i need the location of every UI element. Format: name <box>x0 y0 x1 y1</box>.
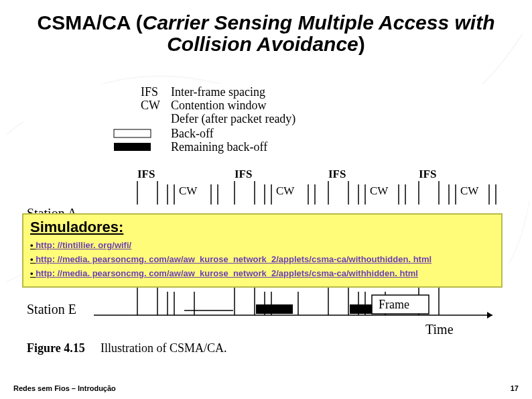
svg-rect-54 <box>256 304 293 314</box>
page-number: 17 <box>511 384 519 392</box>
svg-rect-0 <box>114 129 151 137</box>
legend-defer: Defer (after packet ready) <box>171 112 295 126</box>
svg-text:CW: CW <box>276 184 295 197</box>
simulator-link-2[interactable]: • http: //media. pearsoncmg. com/aw/aw_k… <box>30 254 494 266</box>
legend-backoff: Back-off <box>171 127 214 140</box>
legend-cw-val: Contention window <box>171 99 267 112</box>
svg-text:IFS: IFS <box>235 168 252 180</box>
slide: CSMA/CA (Carrier Sensing Multiple Access… <box>0 0 532 399</box>
simulator-link-1[interactable]: • http: //tintillier. org/wifi/ <box>30 240 494 251</box>
time-label: Time <box>425 322 454 337</box>
simulators-box: Simuladores: • http: //tintillier. org/w… <box>22 213 503 288</box>
simulator-link-3[interactable]: • http: //media. pearsoncmg. com/aw/aw_k… <box>30 268 494 280</box>
title-prefix: CSMA/CA ( <box>38 11 143 34</box>
svg-text:IFS: IFS <box>137 168 155 180</box>
frame-label: Frame <box>379 298 409 311</box>
svg-text:IFS: IFS <box>419 168 436 180</box>
figure-caption: Illustration of CSMA/CA. <box>101 341 227 355</box>
legend-remaining: Remaining back-off <box>171 140 267 154</box>
title-suffix: ) <box>358 33 365 55</box>
legend-cw-key: CW <box>141 99 160 112</box>
title-italic: Carrier Sensing Multiple Access with Col… <box>143 11 495 55</box>
figure-number: Figure 4.15 <box>27 341 85 355</box>
footer-left: Redes sem Fios – Introdução <box>13 384 116 392</box>
svg-text:IFS: IFS <box>328 168 346 180</box>
svg-rect-55 <box>350 304 373 314</box>
svg-text:CW: CW <box>179 184 198 197</box>
svg-rect-1 <box>114 143 151 151</box>
legend-ifs-key: IFS <box>141 85 158 99</box>
svg-marker-35 <box>487 312 492 319</box>
svg-text:CW: CW <box>460 184 479 197</box>
svg-text:CW: CW <box>370 184 389 197</box>
legend-ifs-val: Inter-frame spacing <box>171 85 265 99</box>
simulators-heading: Simuladores: <box>30 219 494 236</box>
slide-title: CSMA/CA (Carrier Sensing Multiple Access… <box>34 12 498 54</box>
station-e-label: Station E <box>27 302 76 317</box>
